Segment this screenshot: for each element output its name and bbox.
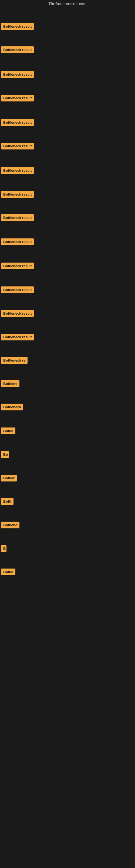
bottleneck-badge-16: Bottlene xyxy=(1,380,19,387)
bottleneck-badge-13: Bottleneck result xyxy=(1,310,34,317)
bottleneck-badge-2: Bottleneck result xyxy=(1,46,34,53)
bottleneck-badge-24: Bottle xyxy=(1,568,15,575)
bottleneck-badge-20: Bottler xyxy=(1,475,17,482)
bottleneck-badge-22: Bottlene xyxy=(1,522,19,528)
page-container: TheBottlenecker.com Bottleneck resultBot… xyxy=(0,0,135,868)
bottleneck-badge-12: Bottleneck result xyxy=(1,286,34,293)
bottleneck-badge-17: Bottleneck xyxy=(1,404,23,410)
bottleneck-badge-21: Bottl xyxy=(1,498,13,505)
bottleneck-badge-19: Bo xyxy=(1,451,9,458)
bottleneck-badge-18: Bottle xyxy=(1,428,15,434)
bottleneck-badge-23: B xyxy=(1,545,6,552)
bottleneck-badge-9: Bottleneck result xyxy=(1,214,34,221)
badges-container: Bottleneck resultBottleneck resultBottle… xyxy=(0,8,135,868)
bottleneck-badge-5: Bottleneck result xyxy=(1,119,34,126)
bottleneck-badge-1: Bottleneck result xyxy=(1,23,34,30)
bottleneck-badge-3: Bottleneck result xyxy=(1,71,34,78)
bottleneck-badge-8: Bottleneck result xyxy=(1,191,34,198)
bottleneck-badge-14: Bottleneck result xyxy=(1,334,34,340)
bottleneck-badge-4: Bottleneck result xyxy=(1,95,34,101)
bottleneck-badge-7: Bottleneck result xyxy=(1,167,34,174)
bottleneck-badge-10: Bottleneck result xyxy=(1,239,34,245)
bottleneck-badge-15: Bottleneck re xyxy=(1,357,28,364)
bottleneck-badge-11: Bottleneck result xyxy=(1,262,34,269)
site-title: TheBottlenecker.com xyxy=(0,0,135,8)
bottleneck-badge-6: Bottleneck result xyxy=(1,143,34,150)
